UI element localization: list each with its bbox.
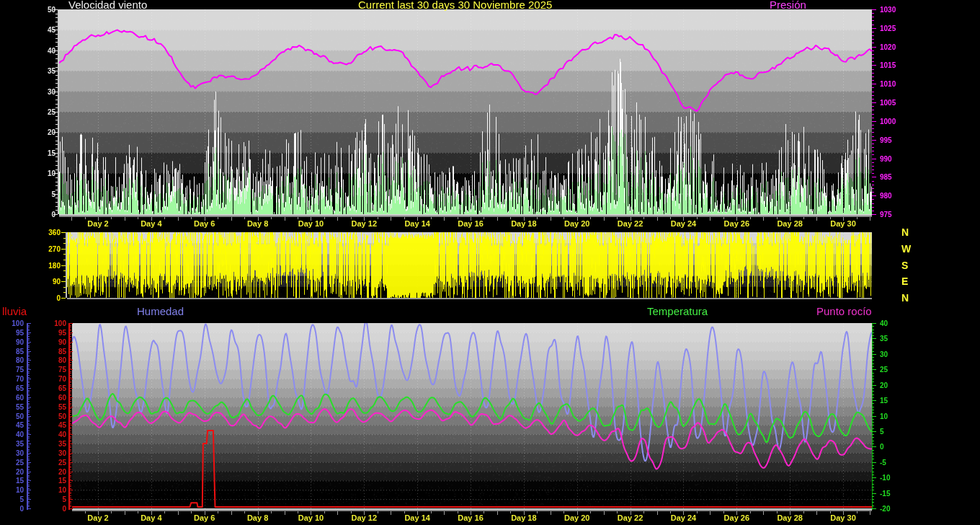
day-axis-label: Day 6 bbox=[194, 219, 215, 228]
humidity-axis-tick: 100 bbox=[12, 319, 24, 327]
humidity-axis-tick: 0 bbox=[19, 505, 24, 513]
temperature-axis-tick: 40 bbox=[880, 319, 888, 327]
day-axis-label: Day 18 bbox=[511, 219, 536, 228]
pressure-axis-tick: 1010 bbox=[880, 80, 896, 88]
compass-label: S bbox=[901, 260, 908, 270]
temperature-axis-tick: 10 bbox=[880, 412, 888, 420]
temperature-axis-tick: -10 bbox=[880, 474, 890, 482]
day-axis-label: Day 8 bbox=[247, 513, 268, 522]
rain-axis-tick: 5 bbox=[62, 495, 66, 503]
humidity-axis-tick: 10 bbox=[16, 486, 24, 494]
humidity-axis-tick: 40 bbox=[16, 431, 24, 438]
temperature-axis-tick: 25 bbox=[880, 366, 888, 374]
rain-axis-tick: 45 bbox=[58, 421, 66, 429]
pressure-axis-tick: 995 bbox=[880, 136, 892, 144]
pressure-axis-tick: 1015 bbox=[880, 61, 896, 69]
day-axis-label: Day 10 bbox=[298, 219, 324, 228]
humidity-axis-tick: 30 bbox=[16, 449, 24, 457]
rain-axis-tick: 55 bbox=[58, 403, 66, 411]
rain-axis-tick: 75 bbox=[58, 366, 66, 374]
rain-axis-tick: 20 bbox=[58, 468, 66, 476]
day-axis-label: Day 30 bbox=[830, 513, 855, 522]
day-axis-label: Day 2 bbox=[87, 513, 108, 522]
humidity-axis-tick: 35 bbox=[16, 440, 24, 448]
wind-chart-title: Velocidad viento bbox=[68, 0, 147, 11]
direction-axis-tick: 0 bbox=[56, 294, 61, 302]
pressure-axis-tick: 990 bbox=[880, 155, 892, 163]
wind-axis-tick: 20 bbox=[48, 128, 55, 136]
day-axis-label: Day 16 bbox=[458, 219, 483, 228]
wind-axis-tick: 25 bbox=[48, 108, 55, 116]
pressure-axis-tick: 1030 bbox=[880, 6, 896, 14]
day-axis-label: Day 28 bbox=[777, 513, 802, 522]
temperature-axis-tick: 30 bbox=[880, 350, 888, 358]
day-axis-label: Day 8 bbox=[247, 219, 268, 228]
rain-axis-tick: 70 bbox=[58, 375, 66, 383]
direction-axis-tick: 90 bbox=[53, 278, 61, 286]
temperature-axis-tick: 0 bbox=[880, 443, 884, 451]
temperature-series-label: Temperatura bbox=[647, 306, 708, 317]
charts-canvas bbox=[0, 0, 980, 525]
humidity-axis-tick: 15 bbox=[16, 477, 24, 485]
rain-axis-tick: 95 bbox=[58, 329, 66, 337]
humidity-axis-tick: 45 bbox=[16, 421, 24, 429]
temperature-axis-tick: -15 bbox=[880, 490, 890, 498]
humidity-axis-tick: 75 bbox=[16, 366, 24, 374]
pressure-axis-tick: 1025 bbox=[880, 25, 896, 32]
rain-axis-tick: 25 bbox=[58, 459, 66, 467]
dewpoint-series-label: Punto rocío bbox=[816, 306, 872, 317]
temperature-axis-tick: -5 bbox=[880, 459, 886, 467]
temperature-axis-tick: 5 bbox=[880, 428, 884, 436]
day-axis-label: Day 14 bbox=[404, 513, 429, 522]
wind-axis-tick: 30 bbox=[48, 88, 55, 96]
humidity-axis-tick: 20 bbox=[16, 468, 24, 476]
humidity-axis-tick: 60 bbox=[16, 394, 24, 402]
rain-axis-tick: 80 bbox=[58, 356, 66, 364]
day-axis-label: Day 22 bbox=[618, 219, 643, 228]
compass-label: E bbox=[901, 276, 908, 286]
rain-axis-tick: 40 bbox=[58, 431, 66, 438]
day-axis-label: Day 24 bbox=[671, 219, 696, 228]
humidity-axis-tick: 70 bbox=[16, 375, 24, 383]
humidity-axis-tick: 50 bbox=[16, 412, 24, 420]
day-axis-label: Day 26 bbox=[724, 219, 749, 228]
rain-axis-tick: 60 bbox=[58, 394, 66, 402]
humidity-axis-tick: 95 bbox=[16, 329, 24, 337]
humidity-axis-tick: 65 bbox=[16, 384, 24, 392]
direction-axis-tick: 360 bbox=[48, 229, 61, 237]
wind-axis-tick: 10 bbox=[48, 169, 55, 177]
day-axis-label: Day 20 bbox=[564, 219, 589, 228]
day-axis-label: Day 10 bbox=[298, 513, 324, 522]
humidity-axis-tick: 85 bbox=[16, 348, 24, 356]
temperature-axis-tick: -20 bbox=[880, 505, 890, 513]
rain-series-label: lluvia bbox=[2, 306, 27, 317]
rain-axis-tick: 50 bbox=[58, 412, 66, 420]
day-axis-label: Day 2 bbox=[87, 219, 108, 228]
rain-axis-tick: 30 bbox=[58, 449, 66, 457]
day-axis-label: Day 26 bbox=[724, 513, 749, 522]
temperature-axis-tick: 15 bbox=[880, 397, 888, 405]
day-axis-label: Day 20 bbox=[564, 513, 589, 522]
day-axis-label: Day 12 bbox=[352, 219, 377, 228]
pressure-axis-tick: 975 bbox=[880, 211, 892, 219]
wind-axis-tick: 40 bbox=[48, 47, 55, 55]
day-axis-label: Day 28 bbox=[777, 219, 802, 228]
day-axis-label: Day 22 bbox=[618, 513, 643, 522]
day-axis-label: Day 4 bbox=[141, 219, 161, 228]
pressure-chart-title: Presión bbox=[770, 0, 806, 11]
weather-dashboard: Velocidad viento Current last 30 days 30… bbox=[0, 0, 980, 525]
humidity-axis-tick: 80 bbox=[16, 356, 24, 364]
pressure-axis-tick: 1000 bbox=[880, 118, 896, 125]
wind-axis-tick: 5 bbox=[51, 190, 55, 198]
rain-axis-tick: 15 bbox=[58, 477, 66, 485]
page-title: Current last 30 days 30 Noviembre 2025 bbox=[358, 0, 552, 11]
pressure-axis-tick: 980 bbox=[880, 192, 892, 200]
rain-axis-tick: 10 bbox=[58, 486, 66, 494]
wind-axis-tick: 15 bbox=[48, 149, 55, 157]
day-axis-label: Day 14 bbox=[404, 219, 429, 228]
humidity-axis-tick: 55 bbox=[16, 403, 24, 411]
compass-label: N bbox=[901, 227, 909, 237]
compass-label: N bbox=[901, 293, 909, 303]
humidity-axis-tick: 25 bbox=[16, 459, 24, 467]
direction-axis-tick: 270 bbox=[48, 245, 61, 253]
